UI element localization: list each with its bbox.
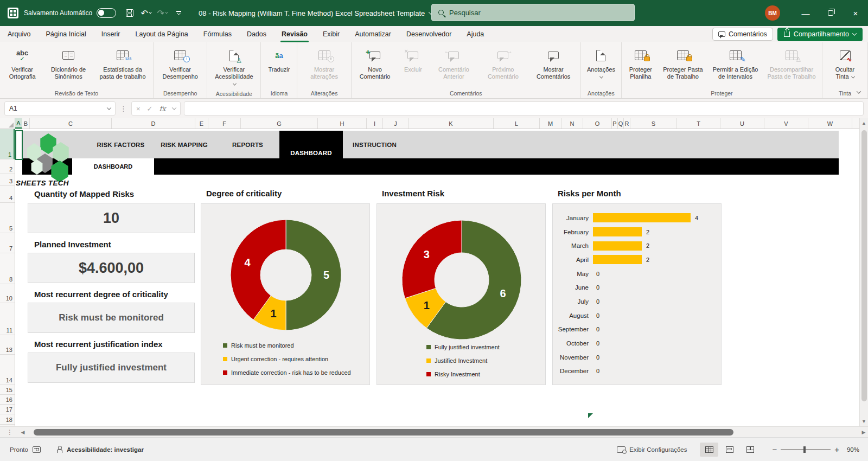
display-settings-button[interactable]: Exibir Configurações bbox=[617, 446, 687, 453]
column-header-r[interactable]: R bbox=[624, 118, 630, 129]
nav-tab-risk-factors[interactable]: RISK FACTORS bbox=[89, 131, 152, 158]
vertical-scrollbar[interactable]: ▲ ▼ bbox=[859, 118, 868, 426]
row-header-8[interactable]: 8 bbox=[0, 253, 15, 284]
column-header-v[interactable]: V bbox=[764, 118, 808, 129]
column-header-j[interactable]: J bbox=[383, 118, 409, 129]
column-header-b[interactable]: B bbox=[22, 118, 30, 129]
ribbon-button-permitir-a-edicao-de-intervalos[interactable]: ✎Permitir a Edição de Intervalos bbox=[709, 44, 762, 81]
column-header-d[interactable]: D bbox=[112, 118, 195, 129]
row-header-15[interactable]: 15 bbox=[0, 385, 15, 395]
column-header-q[interactable]: Q bbox=[618, 118, 624, 129]
row-header-7[interactable]: 7 bbox=[0, 233, 15, 253]
column-header-n[interactable]: N bbox=[561, 118, 583, 129]
ribbon-button-mostrar-comentarios[interactable]: Mostrar Comentários bbox=[528, 44, 578, 81]
row-header-3[interactable]: 3 bbox=[0, 174, 15, 186]
select-all-corner[interactable] bbox=[0, 118, 15, 129]
name-box[interactable]: A1 bbox=[4, 101, 116, 116]
column-header-k[interactable]: K bbox=[409, 118, 494, 129]
scroll-right-icon[interactable]: ▶ bbox=[859, 427, 868, 437]
column-header-p[interactable]: P bbox=[612, 118, 618, 129]
row-header-16[interactable]: 16 bbox=[0, 395, 15, 405]
share-button[interactable]: Compartilhamento bbox=[777, 28, 863, 41]
grid-body[interactable]: 12345781011131415161718 RISK FACTORSRISK… bbox=[0, 129, 859, 426]
excel-logo-icon[interactable] bbox=[8, 8, 18, 18]
redo-button[interactable]: ↷ bbox=[154, 5, 170, 21]
row-header-5[interactable]: 5 bbox=[0, 203, 15, 233]
autosave-toggle[interactable] bbox=[97, 8, 116, 18]
ribbon-button-proteger-pasta-de-trabalho[interactable]: Proteger Pasta de Trabalho bbox=[659, 44, 707, 81]
row-header-17[interactable]: 17 bbox=[0, 405, 15, 414]
save-button[interactable] bbox=[122, 5, 138, 21]
row-header-1[interactable]: 1 bbox=[0, 129, 15, 159]
cancel-entry-icon[interactable]: × bbox=[136, 105, 141, 113]
scroll-down-icon[interactable]: ▼ bbox=[860, 417, 868, 426]
row-header-13[interactable]: 13 bbox=[0, 335, 15, 355]
column-header-c[interactable]: C bbox=[30, 118, 112, 129]
quick-access-customize-button[interactable] bbox=[170, 5, 187, 21]
menu-item-formulas[interactable]: Fórmulas bbox=[196, 26, 239, 42]
accessibility-status[interactable]: Acessibilidade: investigar bbox=[67, 446, 144, 453]
zoom-slider[interactable] bbox=[781, 449, 831, 450]
menu-item-automatizar[interactable]: Automatizar bbox=[347, 26, 399, 42]
ribbon-button-estatisticas-da-pasta-de-trabalho[interactable]: 123Estatísticas da pasta de trabalho bbox=[94, 44, 151, 81]
column-header-a[interactable]: A bbox=[15, 118, 22, 129]
column-header-g[interactable]: G bbox=[241, 118, 318, 129]
row-header-10[interactable]: 10 bbox=[0, 284, 15, 303]
minimize-button[interactable]: — bbox=[793, 0, 818, 26]
nav-tab-reports[interactable]: REPORTS bbox=[216, 131, 279, 158]
zoom-slider-thumb[interactable] bbox=[803, 446, 806, 453]
menu-item-revisao[interactable]: Revisão bbox=[274, 26, 315, 42]
horizontal-scroll-track[interactable] bbox=[27, 428, 856, 436]
row-header-4[interactable]: 4 bbox=[0, 186, 15, 203]
column-header-u[interactable]: U bbox=[720, 118, 764, 129]
view-page-layout-button[interactable] bbox=[720, 443, 739, 457]
formula-bar-splitter[interactable]: ⋮ bbox=[119, 105, 128, 113]
search-input[interactable]: Pesquisar bbox=[431, 4, 635, 21]
row-header-14[interactable]: 14 bbox=[0, 355, 15, 385]
column-header-e[interactable]: E bbox=[195, 118, 208, 129]
macro-record-icon[interactable] bbox=[33, 446, 41, 453]
ribbon-button-dicionario-de-sinonimos[interactable]: Dicionário de Sinônimos bbox=[43, 44, 93, 81]
nav-tab-dashboard[interactable]: DASHBOARD bbox=[279, 131, 343, 175]
column-header-o[interactable]: O bbox=[583, 118, 612, 129]
formula-input[interactable] bbox=[184, 101, 864, 116]
menu-item-desenvolvedor[interactable]: Desenvolvedor bbox=[399, 26, 459, 42]
horizontal-scroll-thumb[interactable] bbox=[34, 429, 733, 436]
comments-button[interactable]: Comentários bbox=[712, 28, 773, 41]
zoom-level[interactable]: 90% bbox=[843, 446, 868, 453]
insert-function-icon[interactable]: fx bbox=[159, 105, 166, 113]
confirm-entry-icon[interactable]: ✓ bbox=[147, 105, 153, 113]
ribbon-button-verificar-acessibilidade[interactable]: ♙Verificar Acessibilidade bbox=[209, 44, 258, 89]
column-header-m[interactable]: M bbox=[540, 118, 561, 129]
menu-item-arquivo[interactable]: Arquivo bbox=[0, 26, 38, 42]
document-title[interactable]: 08 - Risk Mapping (William T. Fine Metho… bbox=[199, 9, 432, 17]
sheet-tabs-splitter[interactable]: ⋮ bbox=[0, 428, 18, 436]
nav-tab-instruction[interactable]: INSTRUCTION bbox=[343, 131, 406, 158]
undo-button[interactable]: ↶ bbox=[138, 5, 154, 21]
column-header-t[interactable]: T bbox=[677, 118, 720, 129]
avatar[interactable]: BM bbox=[765, 5, 780, 21]
column-header-f[interactable]: F bbox=[208, 118, 241, 129]
close-button[interactable]: × bbox=[843, 0, 868, 26]
row-header-18[interactable]: 18 bbox=[0, 414, 15, 425]
vertical-scroll-thumb[interactable] bbox=[861, 130, 867, 401]
restore-button[interactable] bbox=[818, 0, 843, 26]
column-header-w[interactable]: W bbox=[808, 118, 852, 129]
menu-item-dados[interactable]: Dados bbox=[239, 26, 274, 42]
ribbon-button-verificar-desempenho[interactable]: Verificar Desempenho bbox=[156, 44, 205, 81]
menu-item-inserir[interactable]: Inserir bbox=[94, 26, 128, 42]
zoom-out-button[interactable]: − bbox=[768, 445, 781, 454]
ribbon-button-ocultar-tinta[interactable]: Ocultar Tinta bbox=[825, 44, 865, 81]
column-header-h[interactable]: H bbox=[318, 118, 367, 129]
menu-item-layout-da-pagina[interactable]: Layout da Página bbox=[127, 26, 195, 42]
ribbon-button-proteger-planilha[interactable]: Proteger Planilha bbox=[624, 44, 658, 81]
view-page-break-button[interactable] bbox=[741, 443, 760, 457]
ribbon-button-verificar-ortografia[interactable]: abcVerificar Ortografia bbox=[2, 44, 42, 81]
ribbon-button-anotacoes[interactable]: Anotações bbox=[583, 44, 619, 81]
row-header-2[interactable]: 2 bbox=[0, 159, 15, 174]
column-header-i[interactable]: I bbox=[367, 118, 383, 129]
row-header-11[interactable]: 11 bbox=[0, 303, 15, 335]
menu-item-pagina-inicial[interactable]: Página Inicial bbox=[38, 26, 93, 42]
nav-tab-risk-mapping[interactable]: RISK MAPPING bbox=[152, 131, 216, 158]
scroll-up-icon[interactable]: ▲ bbox=[860, 118, 868, 128]
